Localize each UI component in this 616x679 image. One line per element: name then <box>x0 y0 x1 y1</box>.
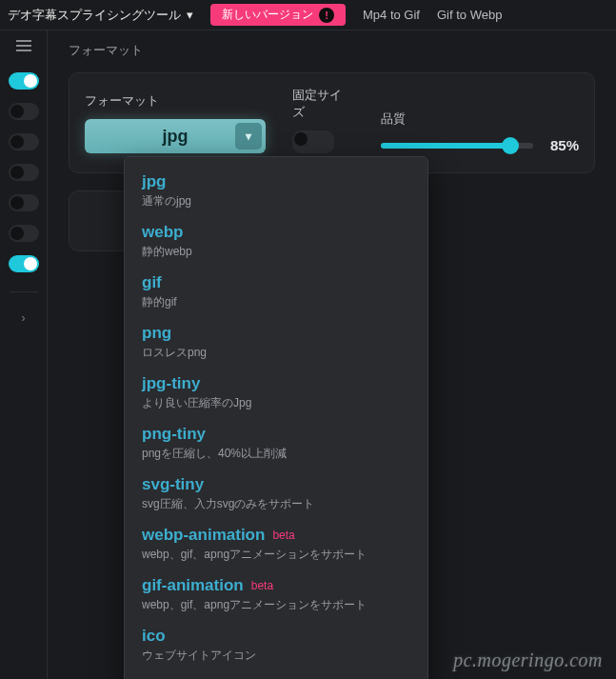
sidebar-toggle-1[interactable] <box>9 72 39 90</box>
dropdown-item-desc: ウェブサイトアイコン <box>142 648 410 664</box>
dropdown-item-name: webp <box>142 223 410 242</box>
sidebar-toggle-5[interactable] <box>9 194 39 211</box>
dropdown-item-desc: 通常のjpg <box>142 193 410 210</box>
fixed-size-label: 固定サイズ <box>292 87 354 121</box>
alert-icon: ! <box>319 8 334 23</box>
nav-mp4-to-gif[interactable]: Mp4 to Gif <box>363 8 420 22</box>
quality-slider[interactable] <box>381 143 533 149</box>
new-version-label: 新しいバージョン <box>222 7 313 23</box>
quality-field: 品質 85% <box>381 110 579 153</box>
format-field: フォーマット jpg ▾ <box>85 92 266 153</box>
dropdown-item-webp-animation[interactable]: webp-animationbetawebp、gif、apngアニメーションをサ… <box>125 520 427 570</box>
app-title-text: デオ字幕スプライシングツール <box>8 7 181 24</box>
slider-thumb[interactable] <box>502 137 519 154</box>
dropdown-item-desc: webp、gif、apngアニメーションをサポート <box>142 597 410 613</box>
dropdown-item-desc: pngを圧縮し、40%以上削減 <box>142 446 410 462</box>
sidebar-toggle-2[interactable] <box>9 103 39 120</box>
fixed-size-toggle[interactable] <box>292 130 334 153</box>
dropdown-item-webp[interactable]: webp静的webp <box>125 217 427 268</box>
format-label: フォーマット <box>85 92 266 110</box>
sidebar-toggle-7[interactable] <box>9 255 39 272</box>
chevron-down-icon: ▾ <box>235 123 262 150</box>
dropdown-item-desc: より良い圧縮率のJpg <box>142 395 410 411</box>
quality-label: 品質 <box>381 110 579 128</box>
sidebar-toggle-6[interactable] <box>9 225 39 242</box>
dropdown-item-desc: 静的webp <box>142 244 410 260</box>
quality-value: 85% <box>550 137 579 153</box>
sidebar-toggle-4[interactable] <box>9 164 39 181</box>
dropdown-item-jpg-tiny[interactable]: jpg-tinyより良い圧縮率のJpg <box>125 369 427 419</box>
dropdown-item-avif[interactable]: avif極端な圧縮率、アルファをサポート <box>125 671 427 679</box>
dropdown-item-jpg[interactable]: jpg通常のjpg <box>125 167 427 217</box>
beta-tag: beta <box>272 529 294 542</box>
dropdown-item-name: png <box>142 324 410 343</box>
sidebar: › <box>0 30 48 679</box>
quality-slider-wrap: 85% <box>381 137 579 153</box>
sidebar-toggle-3[interactable] <box>9 133 39 150</box>
dropdown-item-svg-tiny[interactable]: svg-tinysvg圧縮、入力svgのみをサポート <box>125 469 427 520</box>
watermark-text: pc.mogeringo.com <box>453 649 603 671</box>
dropdown-item-name: webp-animationbeta <box>142 526 410 545</box>
section-title: フォーマット <box>69 42 595 59</box>
dropdown-item-gif[interactable]: gif静的gif <box>125 268 427 318</box>
dropdown-item-name: ico <box>142 627 410 646</box>
dropdown-item-gif-animation[interactable]: gif-animationbetawebp、gif、apngアニメーションをサポ… <box>125 570 427 621</box>
dropdown-item-name: jpg-tiny <box>142 374 410 393</box>
hamburger-icon[interactable] <box>16 40 31 51</box>
dropdown-item-name: png-tiny <box>142 425 410 444</box>
dropdown-item-name: jpg <box>142 172 410 191</box>
dropdown-item-name: svg-tiny <box>142 475 410 494</box>
expand-right-icon[interactable]: › <box>22 311 26 325</box>
dropdown-item-name: gif <box>142 273 410 292</box>
app-title-dropdown[interactable]: デオ字幕スプライシングツール ▾ <box>8 7 193 24</box>
dropdown-item-desc: svg圧縮、入力svgのみをサポート <box>142 496 410 512</box>
dropdown-item-desc: ロスレスpng <box>142 345 410 361</box>
format-dropdown-menu: jpg通常のjpgwebp静的webpgif静的gifpngロスレスpngjpg… <box>124 156 428 679</box>
topbar: デオ字幕スプライシングツール ▾ 新しいバージョン ! Mp4 to Gif G… <box>0 0 616 30</box>
dropdown-item-ico[interactable]: icoウェブサイトアイコン <box>125 621 427 671</box>
content: › フォーマット フォーマット jpg ▾ 固定サイズ 品質 <box>0 30 616 679</box>
format-selected-value: jpg <box>163 127 189 147</box>
nav-gif-to-webp[interactable]: Gif to Webp <box>437 8 502 22</box>
dropdown-item-png[interactable]: pngロスレスpng <box>125 318 427 369</box>
dropdown-item-desc: 静的gif <box>142 294 410 310</box>
beta-tag: beta <box>251 579 273 592</box>
fixed-size-field: 固定サイズ <box>292 87 354 153</box>
new-version-button[interactable]: 新しいバージョン ! <box>210 4 346 26</box>
sidebar-divider <box>10 291 38 292</box>
chevron-down-icon: ▾ <box>187 8 193 22</box>
dropdown-item-png-tiny[interactable]: png-tinypngを圧縮し、40%以上削減 <box>125 419 427 469</box>
format-select[interactable]: jpg ▾ <box>85 119 266 153</box>
main: フォーマット フォーマット jpg ▾ 固定サイズ 品質 85% <box>48 30 616 679</box>
dropdown-item-desc: webp、gif、apngアニメーションをサポート <box>142 547 410 563</box>
dropdown-item-name: gif-animationbeta <box>142 576 410 595</box>
